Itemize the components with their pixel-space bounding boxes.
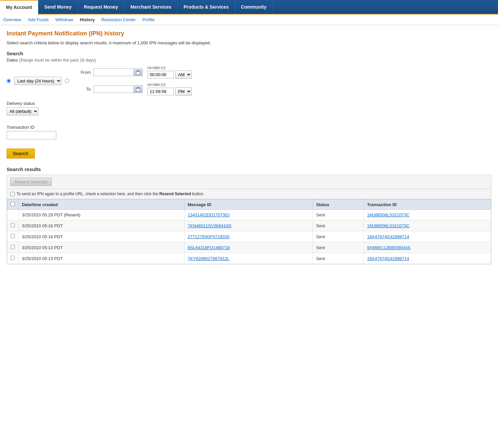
- from-row: From HH:MM:SS: [79, 66, 192, 79]
- top-nav: My Account Send Money Request Money Merc…: [0, 0, 498, 15]
- to-date-wrapper[interactable]: [93, 85, 143, 93]
- radio-preset[interactable]: [7, 79, 11, 83]
- col-header-datetime: Date/time created: [19, 200, 184, 210]
- cell-status: Sent: [313, 210, 364, 220]
- from-calendar-icon[interactable]: [133, 69, 142, 76]
- subnav-withdraw[interactable]: Withdraw: [55, 17, 73, 23]
- svg-rect-0: [136, 71, 140, 74]
- resend-info-text: To send an IPN again to a profile URL, c…: [17, 192, 204, 196]
- resend-bar: Resend Selected: [7, 175, 491, 189]
- cell-messageid[interactable]: 13431402DD175730J: [184, 210, 313, 220]
- cell-datetime: 3/25/2010 05:13 PDT: [19, 242, 184, 253]
- nav-merchant-services[interactable]: Merchant Services: [124, 0, 178, 14]
- transaction-id-label: Transaction ID: [7, 125, 491, 130]
- dates-label: Dates (Range must be within the past 28 …: [7, 58, 491, 63]
- cell-messageid[interactable]: 7KN46011SV368410G: [184, 220, 313, 231]
- row-checkbox[interactable]: [11, 223, 15, 227]
- resend-selected-button[interactable]: Resend Selected: [10, 178, 52, 186]
- main-content: Instant Payment Notification (IPN) histo…: [0, 25, 498, 269]
- cell-messageid[interactable]: 8SL64318FD1468718: [184, 242, 313, 253]
- radio-custom[interactable]: [65, 79, 69, 83]
- results-table: Date/time created Message ID Status Tran…: [7, 199, 491, 264]
- search-button[interactable]: Search: [7, 149, 35, 158]
- col-header-messageid: Message ID: [184, 200, 313, 210]
- svg-rect-3: [138, 70, 139, 71]
- to-date-input[interactable]: [94, 86, 133, 93]
- cell-transactionid[interactable]: 9XM96112B8559044S: [364, 242, 491, 253]
- transaction-id-link[interactable]: 1MJ86506L5321073C: [367, 223, 410, 228]
- svg-rect-2: [137, 70, 138, 71]
- to-label: To: [79, 87, 91, 92]
- date-range-dropdown[interactable]: Last day (24 hours) Last 3 days Last wee…: [14, 77, 62, 85]
- from-date-input[interactable]: [94, 69, 133, 76]
- sub-nav: Overview Add Funds Withdraw History Reso…: [0, 15, 498, 25]
- from-time-row: AM PM: [147, 70, 192, 79]
- message-id-link[interactable]: 7KN46011SV368410G: [188, 223, 231, 228]
- from-date-wrapper[interactable]: [93, 68, 143, 76]
- results-box: Resend Selected To send an IPN again to …: [7, 175, 491, 264]
- table-row: 3/25/2010 05:13 PDT8SL64318FD1468718Sent…: [7, 242, 491, 253]
- nav-my-account[interactable]: My Account: [0, 0, 38, 15]
- results-section: Search results Resend Selected To send a…: [7, 166, 491, 264]
- cell-datetime: 3/25/2010 05:16 PDT: [19, 220, 184, 231]
- to-time-section: HH:MM:SS AM PM: [147, 83, 192, 96]
- transaction-id-input[interactable]: [7, 131, 56, 139]
- delivery-status-select[interactable]: All (default) Sent Failed Retrying: [7, 107, 38, 115]
- row-checkbox[interactable]: [11, 245, 15, 249]
- col-header-status: Status: [313, 200, 364, 210]
- select-all-checkbox[interactable]: [11, 202, 15, 206]
- cell-datetime: 3/25/2010 05:16 PDT: [19, 231, 184, 242]
- search-section: Search Dates (Range must be within the p…: [7, 51, 491, 158]
- cell-datetime: 3/25/2010 05:13 PDT: [19, 253, 184, 264]
- cell-transactionid[interactable]: 1MJ86506L5321073C: [364, 220, 491, 231]
- from-time-input[interactable]: [147, 71, 174, 78]
- col-header-transactionid: Transaction ID: [364, 200, 491, 210]
- subnav-profile[interactable]: Profile: [142, 17, 155, 23]
- resend-info-checkbox[interactable]: [10, 192, 15, 196]
- delivery-status-label: Delivery status: [7, 101, 491, 106]
- cell-transactionid[interactable]: 1MJ86506L5321073C: [364, 210, 491, 220]
- from-ampm-select[interactable]: AM PM: [175, 70, 192, 79]
- subnav-resolution-center[interactable]: Resolution Center: [101, 17, 136, 23]
- subnav-overview[interactable]: Overview: [3, 17, 21, 23]
- page-title: Instant Payment Notification (IPN) histo…: [7, 30, 491, 37]
- transaction-id-link[interactable]: 19A47674G42986714: [367, 256, 409, 261]
- table-row: 3/25/2010 05:13 PDT7KY6289027987912LSent…: [7, 253, 491, 264]
- svg-rect-4: [136, 88, 140, 91]
- transaction-id-link[interactable]: 9XM96112B8559044S: [367, 245, 411, 250]
- message-id-link[interactable]: 7KY6289027987912L: [188, 256, 229, 261]
- transaction-id-link[interactable]: 1MJ86506L5321073C: [367, 212, 410, 217]
- message-id-link[interactable]: 27712793GF0718335: [188, 234, 230, 239]
- from-to-rows: From HH:MM:SS: [79, 66, 192, 96]
- to-ampm-select[interactable]: AM PM: [175, 87, 192, 96]
- cell-messageid[interactable]: 7KY6289027987912L: [184, 253, 313, 264]
- cell-transactionid[interactable]: 19A47674G42986714: [364, 231, 491, 242]
- table-row: 3/25/2010 05:16 PDT7KN46011SV368410GSent…: [7, 220, 491, 231]
- to-calendar-icon[interactable]: [133, 86, 142, 93]
- results-title: Search results: [7, 166, 491, 172]
- transaction-id-link[interactable]: 19A47674G42986714: [367, 234, 409, 239]
- dates-note: (Range must be within the past 28 days): [19, 58, 96, 63]
- svg-rect-7: [138, 87, 139, 88]
- row-checkbox[interactable]: [11, 234, 15, 238]
- nav-products-services[interactable]: Products & Services: [178, 0, 235, 14]
- row-checkbox[interactable]: [11, 256, 15, 260]
- search-section-title: Search: [7, 51, 491, 56]
- subnav-add-funds[interactable]: Add Funds: [28, 17, 49, 23]
- nav-community[interactable]: Community: [235, 0, 273, 14]
- message-id-link[interactable]: 8SL64318FD1468718: [188, 245, 230, 250]
- nav-request-money[interactable]: Request Money: [78, 0, 124, 14]
- cell-transactionid[interactable]: 19A47674G42986714: [364, 253, 491, 264]
- subnav-history[interactable]: History: [80, 17, 95, 23]
- cell-status: Sent: [313, 253, 364, 264]
- to-time-input[interactable]: [147, 88, 174, 95]
- cell-messageid[interactable]: 27712793GF0718335: [184, 231, 313, 242]
- to-hhmm-label: HH:MM:SS: [147, 83, 192, 87]
- table-row: 3/25/2010 05:16 PDT27712793GF0718335Sent…: [7, 231, 491, 242]
- nav-send-money[interactable]: Send Money: [38, 0, 78, 14]
- table-row: 3/25/2010 05:29 PDT (Resent)13431402DD17…: [7, 210, 491, 220]
- svg-rect-6: [137, 87, 138, 88]
- col-header-checkbox: [7, 200, 19, 210]
- cell-status: Sent: [313, 220, 364, 231]
- message-id-link[interactable]: 13431402DD175730J: [188, 212, 230, 217]
